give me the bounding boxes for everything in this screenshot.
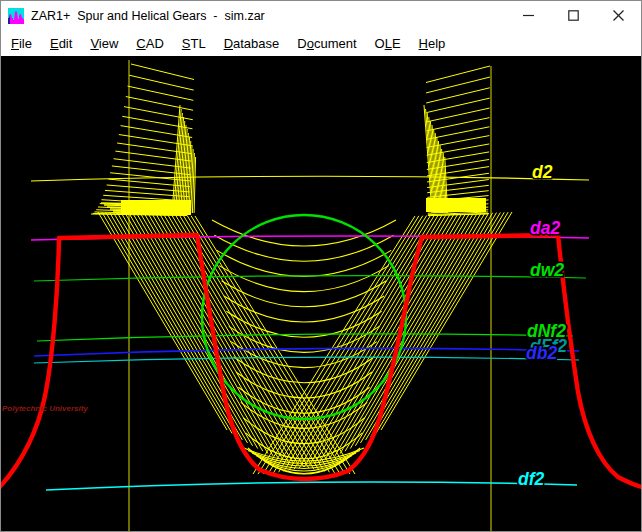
menu-item-cad[interactable]: CAD: [127, 33, 172, 54]
menu-item-database[interactable]: Database: [215, 33, 289, 54]
menu-item-file[interactable]: File: [2, 33, 41, 54]
minimize-button[interactable]: [506, 1, 551, 30]
diameter-label-db2: db2: [526, 343, 557, 363]
app-window: ZAR1+ Spur and Helical Gears - sim.zar F…: [0, 0, 642, 532]
menu-item-help[interactable]: Help: [410, 33, 455, 54]
window-controls: [506, 1, 641, 30]
menu-item-ole[interactable]: OLE: [366, 33, 410, 54]
menu-item-view[interactable]: View: [81, 33, 127, 54]
close-button[interactable]: [596, 1, 641, 30]
diameter-label-d2: d2: [532, 162, 553, 182]
watermark-text: Polytechnic University: [2, 404, 88, 413]
maximize-icon: [568, 10, 579, 21]
app-icon: [8, 8, 24, 24]
menu-item-stl[interactable]: STL: [173, 33, 215, 54]
close-icon: [613, 10, 624, 21]
diameter-label-df2: df2: [518, 469, 545, 489]
diameter-label-dw2: dw2: [530, 260, 564, 280]
menu-item-document[interactable]: Document: [288, 33, 365, 54]
menu-item-edit[interactable]: Edit: [41, 33, 81, 54]
diameter-label-da2: da2: [530, 218, 560, 238]
drawing-area: d2da2dw2dNf2dFf2db2df2Polytechnic Univer…: [1, 56, 641, 531]
window-title: ZAR1+ Spur and Helical Gears - sim.zar: [31, 9, 265, 23]
maximize-button[interactable]: [551, 1, 596, 30]
titlebar: ZAR1+ Spur and Helical Gears - sim.zar: [1, 1, 641, 30]
minimize-icon: [523, 10, 534, 21]
gear-simulation-view[interactable]: d2da2dw2dNf2dFf2db2df2Polytechnic Univer…: [1, 56, 641, 531]
menubar: FileEditViewCADSTLDatabaseDocumentOLEHel…: [1, 30, 641, 56]
